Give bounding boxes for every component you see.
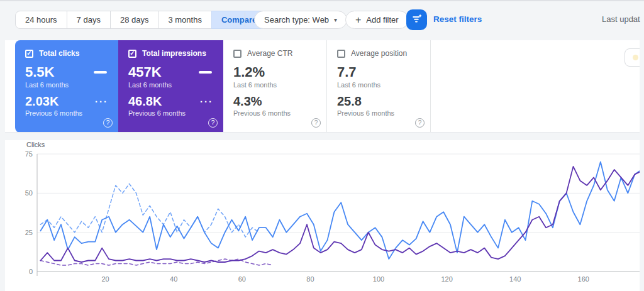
tab-24-hours[interactable]: 24 hours (15, 11, 67, 29)
primary-label: Last 6 months (233, 81, 318, 89)
x-axis-tick-label: 20 (101, 275, 109, 283)
secondary-label: Previous 6 months (233, 109, 318, 117)
search-console-performance-page: 24 hours 7 days 28 days 3 months Compare… (0, 0, 644, 291)
clipped-edge-button[interactable] (625, 48, 640, 67)
primary-value: 1.2% (233, 65, 265, 80)
secondary-value: 2.03K (25, 94, 58, 108)
clipped-button-icon (633, 55, 638, 60)
secondary-value: 25.8 (337, 94, 362, 108)
add-filter-button[interactable]: + Add filter (345, 11, 409, 29)
primary-value: 5.5K (25, 65, 54, 80)
metric-cards-band: ✓ Total clicks 5.5K Last 6 months 2.03K … (5, 40, 640, 133)
filter-sparkle-icon (411, 13, 423, 26)
search-type-label: Search type: Web (264, 15, 329, 25)
y-axis-tick-label: 25 (25, 229, 33, 236)
primary-value-row: 457K (128, 65, 214, 80)
card-average-ctr[interactable]: Average CTR 1.2% Last 6 months 4.3% Prev… (223, 40, 327, 133)
secondary-value-row: 4.3% (233, 89, 318, 108)
checkbox-unchecked-icon[interactable] (233, 50, 242, 58)
x-axis-tick-label: 140 (509, 275, 521, 283)
secondary-value-row: 25.8 (337, 89, 421, 108)
secondary-value-row: 2.03K ··· (25, 89, 109, 108)
card-header: ✓ Total clicks (25, 49, 109, 58)
card-title: Average position (351, 49, 407, 58)
card-title: Total impressions (142, 49, 206, 58)
chevron-down-icon: ▾ (334, 16, 337, 23)
last-updated-text: Last updat (602, 14, 640, 24)
plus-icon: + (355, 14, 361, 26)
card-title: Total clicks (39, 49, 79, 58)
help-icon[interactable]: ? (208, 118, 218, 128)
x-axis-tick-label: 60 (238, 275, 246, 283)
primary-value: 7.7 (337, 65, 357, 80)
x-axis-tick-label: 100 (373, 275, 384, 283)
primary-label: Last 6 months (128, 81, 214, 89)
secondary-value-row: 46.8K ··· (128, 89, 214, 108)
primary-value-row: 5.5K (25, 65, 109, 80)
y-axis-tick-label: 50 (25, 189, 33, 197)
primary-value: 457K (128, 65, 162, 80)
checkbox-checked-icon[interactable]: ✓ (128, 50, 136, 58)
secondary-label: Previous 6 months (128, 109, 214, 117)
checkbox-checked-icon[interactable]: ✓ (25, 50, 33, 58)
y-axis-title: Clicks (26, 141, 45, 148)
card-header: ✓ Total impressions (128, 49, 214, 58)
x-axis-tick-label: 40 (170, 275, 177, 283)
card-total-impressions[interactable]: ✓ Total impressions 457K Last 6 months 4… (118, 40, 223, 133)
tab-3-months[interactable]: 3 months (158, 11, 211, 29)
card-header: Average CTR (233, 49, 318, 58)
card-total-clicks[interactable]: ✓ Total clicks 5.5K Last 6 months 2.03K … (15, 40, 118, 133)
primary-label: Last 6 months (25, 81, 109, 89)
checkbox-unchecked-icon[interactable] (337, 50, 345, 58)
secondary-label: Previous 6 months (337, 109, 421, 117)
filter-sparkle-button[interactable] (406, 9, 427, 30)
y-axis-tick-label: 75 (25, 150, 33, 158)
toolbar-divider (245, 13, 245, 27)
tab-7-days[interactable]: 7 days (67, 11, 111, 29)
help-icon[interactable]: ? (103, 118, 113, 128)
solid-line-indicator (199, 71, 212, 74)
card-average-position[interactable]: Average position 7.7 Last 6 months 25.8 … (327, 40, 431, 133)
help-icon[interactable]: ? (415, 118, 425, 128)
help-icon[interactable]: ? (311, 118, 321, 128)
search-type-dropdown[interactable]: Search type: Web ▾ (254, 11, 347, 29)
performance-chart[interactable]: 0255075Clicks20406080100120140160 (5, 140, 640, 291)
x-axis-tick-label: 120 (441, 275, 452, 283)
card-title: Average CTR (247, 49, 292, 58)
dotted-line-indicator: ··· (200, 96, 213, 107)
reset-filters-link[interactable]: Reset filters (433, 14, 482, 24)
secondary-label: Previous 6 months (25, 109, 109, 117)
primary-value-row: 7.7 (337, 65, 421, 80)
x-axis-tick-label: 80 (306, 275, 314, 283)
solid-line-indicator (94, 71, 107, 74)
secondary-value: 46.8K (128, 94, 162, 108)
chart-line-total-clicks-last-6-months (40, 162, 640, 260)
filters-toolbar: 24 hours 7 days 28 days 3 months Compare… (0, 1, 644, 38)
compare-label: Compare (221, 15, 257, 25)
tab-28-days[interactable]: 28 days (110, 11, 159, 29)
date-range-tabs: 24 hours 7 days 28 days 3 months Compare… (15, 11, 275, 29)
primary-value-row: 1.2% (233, 65, 318, 80)
x-axis-tick-label: 160 (578, 275, 589, 283)
card-header: Average position (337, 49, 421, 58)
dotted-line-indicator: ··· (95, 96, 108, 107)
secondary-value: 4.3% (233, 94, 262, 108)
add-filter-label: Add filter (366, 15, 398, 25)
y-axis-tick-label: 0 (29, 268, 33, 275)
primary-label: Last 6 months (337, 81, 421, 89)
chart-line-total-impressions-last-6-months (40, 167, 640, 262)
performance-chart-panel: 0255075Clicks20406080100120140160 (5, 140, 640, 291)
